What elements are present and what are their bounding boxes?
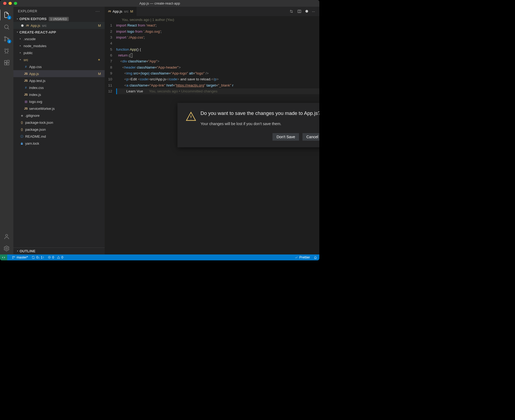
tree-file[interactable]: JS App.test.js [13, 77, 105, 84]
svg-rect-7 [7, 63, 9, 65]
chevron-right-icon [19, 51, 23, 54]
tree-folder[interactable]: node_modules [13, 42, 105, 49]
info-file-icon: ⓘ [20, 134, 24, 138]
tree-file-label: App.js [29, 72, 39, 76]
open-editor-status: M [98, 24, 101, 28]
activity-account[interactable] [3, 233, 10, 240]
chevron-down-icon [19, 58, 23, 61]
tree-folder-label: .vscode [24, 37, 36, 41]
window-minimize-icon[interactable] [9, 2, 12, 5]
open-editor-hint: src [42, 24, 47, 28]
tree-file[interactable]: ▧ logo.svg [13, 98, 105, 105]
tab-filename: App.js [113, 9, 122, 13]
open-editors-header[interactable]: OPEN EDITORS 1 UNSAVED [13, 16, 105, 22]
window-zoom-icon[interactable] [14, 2, 17, 5]
svg-rect-8 [7, 60, 9, 62]
explorer-more-icon[interactable]: ··· [96, 9, 100, 13]
dont-save-button[interactable]: Don't Save [272, 133, 299, 141]
remote-indicator[interactable] [0, 254, 7, 260]
tree-folder-label: src [24, 58, 28, 62]
split-editor-icon[interactable] [297, 9, 301, 13]
project-folder-header[interactable]: CREATE-REACT-APP [13, 29, 105, 35]
tree-file-label: .gitignore [25, 114, 40, 118]
svg-point-0 [5, 25, 8, 29]
open-editor-filename: App.js [31, 24, 40, 28]
tree-folder[interactable]: public [13, 49, 105, 56]
more-actions-icon[interactable]: ··· [312, 9, 315, 13]
tree-file[interactable]: {} package.json [13, 126, 105, 133]
tab-hint: src [124, 9, 128, 13]
tree-file[interactable]: ⓘ README.md [13, 133, 105, 140]
problems-status[interactable]: 0 0 [48, 256, 63, 259]
svg-point-2 [4, 40, 6, 41]
scm-badge: 1 [7, 39, 11, 43]
unsaved-indicator-icon[interactable] [305, 10, 308, 13]
tree-file[interactable]: JS App.js M [13, 70, 105, 77]
lock-file-icon: 🔒︎ [20, 142, 24, 145]
js-file-icon: JS [24, 93, 28, 96]
dialog-title: Do you want to save the changes you made… [200, 110, 319, 117]
modified-dot-icon [98, 59, 100, 61]
tree-file-label: index.js [29, 93, 41, 97]
sync-counts: 0↓ 1↑ [36, 256, 44, 259]
tree-file[interactable]: 🔒︎ yarn.lock [13, 140, 105, 147]
tree-file[interactable]: JS index.js [13, 91, 105, 98]
save-dialog: Do you want to save the changes you made… [177, 103, 319, 147]
window-close-icon[interactable] [3, 2, 6, 5]
tree-folder-label: node_modules [24, 44, 46, 48]
tree-file[interactable]: # App.css [13, 63, 105, 70]
tree-file-label: App.css [29, 65, 41, 69]
tab-bar: JS App.js src M ··· [105, 7, 319, 16]
tree-file[interactable]: JS serviceWorker.js [13, 105, 105, 112]
svg-point-12 [13, 256, 13, 257]
activity-debug[interactable] [3, 47, 10, 54]
outline-header[interactable]: OUTLINE [13, 248, 105, 254]
git-branch[interactable]: master* [12, 256, 28, 259]
chevron-down-icon [16, 18, 20, 20]
tree-file-label: index.css [29, 86, 44, 90]
open-editor-item[interactable]: JS App.js src M [13, 22, 105, 29]
chevron-right-icon [19, 44, 23, 47]
activity-scm[interactable]: 1 [3, 35, 10, 42]
activity-settings[interactable] [3, 245, 10, 252]
js-file-icon: JS [108, 10, 111, 13]
svg-point-4 [5, 49, 8, 53]
sidebar: EXPLORER ··· OPEN EDITORS 1 UNSAVED JS A… [13, 7, 105, 254]
window-title: App.js — create-react-app [139, 1, 180, 5]
tree-file[interactable]: ◈ .gitignore [13, 112, 105, 119]
warning-count: 0 [61, 256, 63, 259]
gitlens-inline-blame: You, seconds ago • Uncommitted changes [149, 89, 218, 93]
prettier-status[interactable]: Prettier [295, 256, 310, 259]
editor-tab[interactable]: JS App.js src M [105, 7, 137, 16]
editor-area: JS App.js src M ··· You, seconds ago | 1… [105, 7, 319, 254]
explorer-title: EXPLORER [18, 9, 37, 13]
tree-file-label: README.md [25, 134, 46, 138]
open-editors-label: OPEN EDITORS [20, 17, 47, 21]
outline-label: OUTLINE [20, 249, 35, 253]
compare-changes-icon[interactable] [289, 9, 293, 13]
sync-status[interactable]: 0↓ 1↑ [32, 256, 44, 259]
tree-file[interactable]: {} package-lock.json [13, 119, 105, 126]
chevron-right-icon [16, 250, 20, 252]
css-file-icon: # [24, 86, 28, 89]
cancel-button[interactable]: Cancel [302, 133, 319, 141]
unsaved-badge: 1 UNSAVED [49, 17, 69, 21]
tree-folder-src[interactable]: src [13, 56, 105, 63]
project-folder-label: CREATE-REACT-APP [20, 30, 56, 34]
warning-icon [185, 111, 195, 121]
tree-file-label: yarn.lock [25, 141, 39, 145]
tree-folder[interactable]: .vscode [13, 35, 105, 42]
activity-search[interactable] [3, 23, 10, 31]
tree-file[interactable]: # index.css [13, 84, 105, 91]
notifications-icon[interactable] [314, 256, 317, 259]
branch-name: master* [17, 256, 28, 259]
line-numbers: 123456789101112 [105, 22, 116, 254]
activity-extensions[interactable] [3, 59, 10, 66]
gitignore-file-icon: ◈ [20, 114, 24, 117]
activity-explorer[interactable]: 1 [3, 11, 10, 18]
tab-status: M [130, 9, 133, 13]
json-file-icon: {} [20, 128, 24, 131]
titlebar: App.js — create-react-app [0, 0, 319, 7]
js-file-icon: JS [26, 24, 29, 27]
js-file-icon: JS [24, 79, 28, 82]
